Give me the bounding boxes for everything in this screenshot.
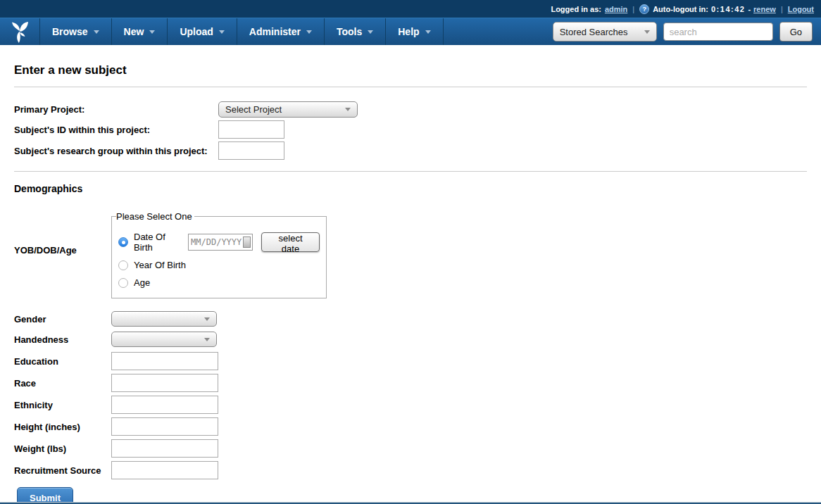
chevron-down-icon: [644, 30, 650, 34]
height-row: Height (inches): [14, 417, 807, 436]
logout-link[interactable]: Logout: [788, 5, 814, 13]
stored-searches-dropdown[interactable]: Stored Searches: [553, 22, 657, 42]
radio-label: Date Of Birth: [134, 232, 182, 253]
nav-label: New: [124, 26, 144, 37]
demographics-fields: Gender Handedness Education Race Ethnici…: [14, 311, 807, 479]
handedness-label: Handedness: [14, 334, 111, 345]
chevron-down-icon: [368, 30, 373, 34]
gender-label: Gender: [14, 314, 111, 325]
gender-row: Gender: [14, 311, 807, 327]
handedness-select[interactable]: [111, 332, 217, 347]
project-section: Primary Project: Select Project Subject'…: [14, 101, 807, 160]
autologout-label: Auto-logout in:: [653, 5, 708, 13]
nav-label: Upload: [180, 26, 213, 37]
radio-label: Age: [134, 277, 150, 288]
height-input[interactable]: [111, 417, 218, 436]
select-date-button[interactable]: select date: [261, 232, 320, 252]
ethnicity-label: Ethnicity: [14, 400, 111, 410]
dash: -: [748, 5, 751, 13]
recruitment-source-label: Recruitment Source: [14, 465, 111, 476]
chevron-down-icon: [94, 30, 99, 34]
research-group-row: Subject's research group within this pro…: [14, 141, 807, 160]
renew-link[interactable]: renew: [753, 5, 776, 13]
date-of-birth-radio[interactable]: [118, 237, 128, 247]
chevron-down-icon: [345, 108, 351, 111]
yob-dob-age-row: YOB/DOB/Age Please Select One Date Of Bi…: [14, 211, 807, 298]
education-row: Education: [14, 352, 807, 370]
chevron-down-icon: [204, 317, 210, 321]
search-input[interactable]: [663, 23, 773, 41]
recruitment-source-row: Recruitment Source: [14, 461, 807, 479]
primary-project-value: Select Project: [225, 104, 282, 115]
primary-project-label: Primary Project:: [14, 104, 218, 115]
gender-select[interactable]: [111, 311, 217, 327]
main-navbar: Browse New Upload Administer Tools Help …: [0, 18, 821, 45]
demographics-heading: Demographics: [14, 183, 807, 194]
question-mark-icon[interactable]: ?: [639, 4, 649, 14]
separator: |: [781, 5, 783, 13]
nav-item-administer[interactable]: Administer: [237, 18, 325, 45]
subject-id-row: Subject's ID within this project:: [14, 120, 807, 139]
stored-searches-label: Stored Searches: [560, 27, 628, 37]
autologout-timer: 0:14:42: [711, 5, 745, 13]
age-option: Age: [118, 277, 320, 288]
education-input[interactable]: [111, 352, 218, 370]
weight-row: Weight (lbs): [14, 439, 807, 458]
year-of-birth-option: Year Of Birth: [118, 260, 320, 270]
research-group-input[interactable]: [218, 141, 284, 160]
separator: |: [632, 5, 634, 13]
navbar-right-tools: Stored Searches Go: [553, 18, 821, 45]
year-of-birth-radio[interactable]: [118, 260, 128, 270]
xnat-logo[interactable]: [0, 18, 40, 45]
weight-label: Weight (lbs): [14, 443, 111, 454]
nav-label: Browse: [52, 26, 88, 37]
fieldset-legend: Please Select One: [116, 211, 194, 222]
date-of-birth-option: Date Of Birth select date: [118, 232, 320, 253]
race-input[interactable]: [111, 374, 218, 392]
primary-project-select[interactable]: Select Project: [218, 101, 358, 118]
race-label: Race: [14, 378, 111, 389]
username-link[interactable]: admin: [605, 5, 627, 13]
ethnicity-row: Ethnicity: [14, 396, 807, 414]
height-label: Height (inches): [14, 422, 111, 432]
nav-item-upload[interactable]: Upload: [168, 18, 237, 45]
handedness-row: Handedness: [14, 332, 807, 347]
nav-label: Administer: [249, 26, 301, 37]
dob-input-wrap: [188, 234, 253, 251]
divider: [14, 87, 807, 87]
nav-label: Tools: [337, 26, 362, 37]
xnat-logo-icon: [10, 20, 30, 44]
nav-label: Help: [398, 26, 419, 37]
nav-item-new[interactable]: New: [112, 18, 168, 45]
age-radio[interactable]: [118, 278, 128, 288]
go-button[interactable]: Go: [779, 22, 813, 42]
chevron-down-icon: [204, 338, 210, 341]
education-label: Education: [14, 356, 111, 367]
logged-in-label: Logged in as:: [551, 5, 601, 13]
primary-project-row: Primary Project: Select Project: [14, 101, 807, 118]
race-row: Race: [14, 374, 807, 392]
date-spinner-icon[interactable]: [243, 237, 251, 248]
chevron-down-icon: [149, 30, 155, 34]
yob-dob-age-label: YOB/DOB/Age: [14, 211, 111, 298]
nav-item-tools[interactable]: Tools: [325, 18, 386, 45]
recruitment-source-input[interactable]: [111, 461, 218, 479]
nav-item-help[interactable]: Help: [386, 18, 443, 45]
research-group-label: Subject's research group within this pro…: [14, 146, 218, 156]
nav-item-browse[interactable]: Browse: [40, 18, 112, 45]
top-utility-bar: Logged in as: admin | ? Auto-logout in: …: [0, 0, 821, 18]
chevron-down-icon: [306, 30, 312, 34]
chevron-down-icon: [219, 30, 225, 34]
page-title: Enter a new subject: [14, 63, 807, 77]
weight-input[interactable]: [111, 439, 218, 458]
divider: [14, 171, 807, 172]
ethnicity-input[interactable]: [111, 396, 218, 414]
page-content: Enter a new subject Primary Project: Sel…: [0, 63, 821, 504]
please-select-one-fieldset: Please Select One Date Of Birth select d…: [111, 211, 327, 298]
radio-label: Year Of Birth: [134, 260, 186, 270]
subject-id-label: Subject's ID within this project:: [14, 125, 218, 135]
subject-id-input[interactable]: [218, 120, 284, 139]
chevron-down-icon: [425, 30, 431, 34]
